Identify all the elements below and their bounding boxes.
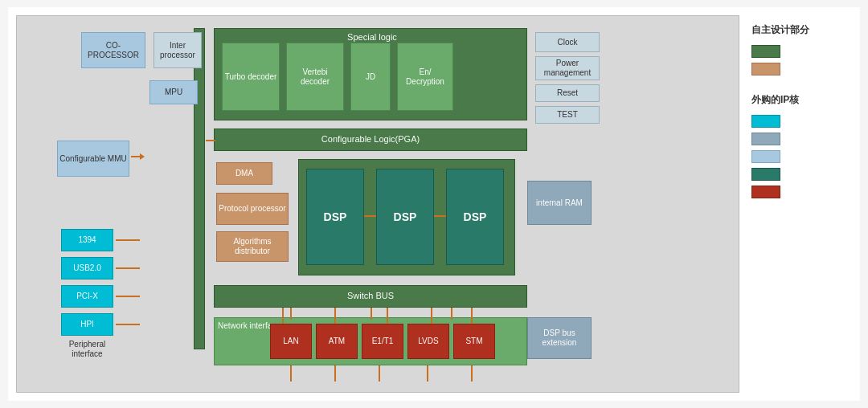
legend-title-2: 外购的IP核 — [751, 93, 848, 107]
dsp-bus-ext-block: DSP bus extension — [527, 317, 592, 359]
inter-processor-block: Inter processor — [154, 32, 202, 68]
legend-color-red — [751, 186, 780, 198]
legend-area: 自主设计部分 外购的IP核 — [747, 15, 852, 393]
arrow-v-atm — [334, 308, 336, 324]
power-management-block: Power management — [535, 56, 600, 80]
mpu-block: MPU — [149, 80, 198, 104]
legend-title-1: 自主设计部分 — [751, 23, 848, 37]
legend-item-teal — [751, 168, 848, 181]
arrow-v-stm-down — [471, 365, 473, 381]
arrow-sb1 — [290, 308, 292, 320]
page-container: CO- PROCESSOR Inter processor MPU Specia… — [8, 7, 860, 401]
legend-item-cyan — [751, 115, 848, 128]
legend-item-red — [751, 186, 848, 198]
legend-item-orange — [751, 63, 848, 75]
clock-block: Clock — [535, 32, 600, 52]
arrow-p2 — [116, 267, 140, 269]
pci-block: PCI-X — [61, 285, 113, 308]
atm-block: ATM — [316, 324, 358, 359]
legend-color-orange — [751, 63, 780, 75]
en-decryption-block: En/ Decryption — [397, 43, 453, 111]
arrow-p3 — [116, 296, 140, 297]
viterbi-decoder-block: Vertebi decoder — [286, 43, 344, 111]
hpi-block: HPI — [61, 313, 113, 336]
arrow-dsp12 — [364, 215, 376, 217]
arrow-sb2 — [371, 308, 372, 320]
vertical-bus — [194, 28, 205, 349]
legend-item-light-blue — [751, 150, 848, 163]
reset-block: Reset — [535, 84, 600, 102]
arrow-sb3 — [451, 308, 452, 320]
dma-block: DMA — [216, 162, 272, 185]
configurable-mmu-block: Configurable MMU — [57, 141, 129, 177]
arrow-p4 — [116, 324, 140, 325]
arrow-v-atm-down — [334, 365, 336, 381]
arrow-v-e1t1 — [387, 308, 388, 324]
arrow-v-lvds — [431, 308, 432, 324]
diagram-area: CO- PROCESSOR Inter processor MPU Specia… — [16, 15, 739, 393]
ieee1394-block: 1394 — [61, 229, 113, 251]
test-block: TEST — [535, 106, 600, 124]
arrow-v-lan — [282, 308, 284, 324]
usb-block: USB2.0 — [61, 257, 113, 279]
arrow-v-stm — [471, 308, 473, 324]
arrow-v-lvds-down — [427, 365, 428, 381]
protocol-processor-block: Protocol processor — [216, 193, 289, 225]
arrow-mmu-tip — [140, 153, 145, 160]
algorithms-distributor-block: Algorithms distributor — [216, 231, 289, 262]
lan-block: LAN — [270, 324, 312, 359]
e1t1-block: E1/T1 — [362, 324, 403, 359]
configurable-logic-block: Configurable Logic(PGA) — [214, 129, 527, 151]
jd-block: JD — [350, 43, 391, 111]
legend-item-gray-blue — [751, 133, 848, 145]
dsp3-block: DSP — [446, 169, 504, 265]
stm-block: STM — [453, 324, 495, 359]
arrow-p1 — [116, 239, 140, 241]
legend-color-gray-blue — [751, 133, 780, 145]
arrow-dsp23 — [434, 215, 446, 217]
legend-color-teal — [751, 168, 780, 181]
dsp1-block: DSP — [306, 169, 364, 265]
coprocessor-block: CO- PROCESSOR — [81, 32, 145, 68]
legend-color-cyan — [751, 115, 780, 128]
arrow-vbar-cl — [206, 140, 215, 141]
peripheral-label: Peripheral interface — [57, 337, 117, 361]
legend-item-green — [751, 45, 848, 58]
arrow-v-lan-down — [290, 365, 292, 381]
dsp2-block: DSP — [376, 169, 434, 265]
legend-color-green — [751, 45, 780, 58]
switch-bus-block: Switch BUS — [214, 285, 527, 308]
turbo-decoder-block: Turbo decoder — [222, 43, 280, 111]
arrow-v-e1t1-down — [379, 365, 380, 381]
internal-ram-block: internal RAM — [527, 181, 592, 225]
legend-color-light-blue — [751, 150, 780, 163]
lvds-block: LVDS — [407, 324, 449, 359]
